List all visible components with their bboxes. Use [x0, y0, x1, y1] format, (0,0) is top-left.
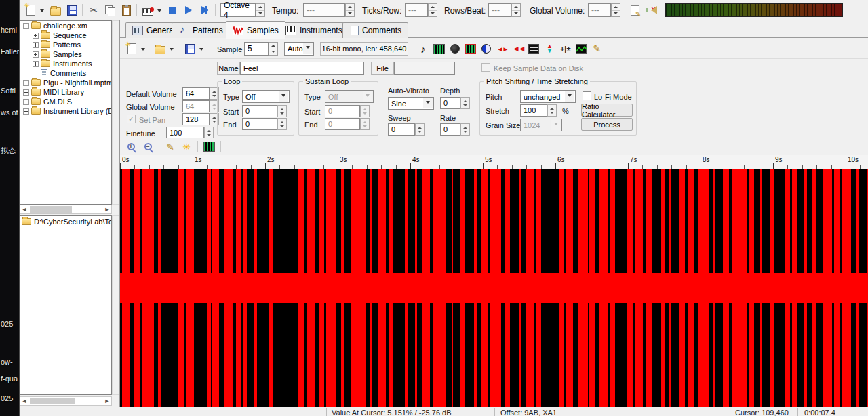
rows-beat-spinner[interactable]	[511, 3, 521, 17]
waveform-display[interactable]	[120, 169, 868, 407]
process-button[interactable]: Process	[581, 118, 633, 131]
vibrato-depth-field[interactable]: 0	[440, 97, 460, 109]
invert-button[interactable]: ▲▼	[543, 43, 555, 55]
expand-icon[interactable]	[23, 108, 29, 115]
expand-icon[interactable]	[33, 33, 39, 39]
ticks-row-spinner[interactable]	[428, 3, 437, 17]
open-file-button[interactable]	[48, 3, 63, 18]
file-name-field[interactable]	[394, 62, 455, 75]
expand-icon[interactable]	[33, 51, 39, 58]
new-sample-dropdown[interactable]	[139, 41, 146, 56]
loop-end-field[interactable]: 0	[242, 118, 277, 130]
pitch-combo[interactable]: unchanged	[520, 90, 576, 103]
loop-type-combo[interactable]: Off	[242, 90, 290, 103]
vibrato-sweep-field[interactable]: 0	[388, 123, 415, 136]
sample-name-field[interactable]: Feel	[240, 62, 364, 75]
save-sample-button[interactable]	[182, 41, 197, 56]
global-volume-field[interactable]: ---	[588, 3, 611, 17]
timestretch-button[interactable]: ◄►	[496, 43, 509, 55]
tree-item-challenge-xm[interactable]: challenge.xm	[20, 21, 111, 30]
vibrato-depth-spinner[interactable]	[460, 97, 470, 109]
load-sample-button[interactable]	[153, 41, 167, 56]
vibrato-type-combo[interactable]: Sine	[388, 97, 434, 110]
vibrato-rate-field[interactable]: 0	[440, 123, 460, 136]
sample-number-field[interactable]: 5	[244, 42, 269, 56]
tempo-spinner[interactable]	[345, 3, 355, 17]
expand-icon[interactable]	[23, 89, 29, 96]
new-file-button[interactable]: ✳	[23, 3, 38, 18]
keep-sample-data-checkbox[interactable]	[481, 63, 490, 72]
midi-record-dropdown[interactable]	[155, 3, 163, 18]
stretch-field[interactable]: 100	[520, 104, 547, 117]
tree-item-sequence[interactable]: Sequence	[20, 30, 111, 40]
tree-item-samples[interactable]: Samples	[20, 49, 111, 59]
tree-item-gm-dls[interactable]: GM.DLS	[20, 97, 111, 106]
octave-spinner[interactable]	[256, 3, 265, 17]
zoom-in-button[interactable]: +	[124, 140, 138, 153]
generate-button[interactable]: ✳	[180, 140, 193, 153]
pattern-preview-button[interactable]	[202, 140, 216, 153]
set-pan-field[interactable]: 128	[182, 113, 210, 125]
expand-icon[interactable]	[23, 99, 29, 105]
stop-button[interactable]	[165, 3, 180, 18]
scroll-right-icon[interactable]: ►	[103, 397, 111, 405]
set-pan-checkbox[interactable]: ✓	[127, 115, 136, 123]
tree-item-instrument-library-d-cy[interactable]: Instrument Library (D:\Cy	[20, 106, 111, 116]
mute-button[interactable]: ✕	[644, 3, 658, 18]
play-button[interactable]	[181, 3, 196, 18]
scroll-left-icon[interactable]: ◄	[20, 205, 28, 213]
vibrato-sweep-spinner[interactable]	[415, 123, 425, 136]
play-pattern-button[interactable]	[197, 3, 212, 18]
global-volume-spinner[interactable]	[611, 3, 620, 17]
unsigned-button[interactable]: +|±	[559, 43, 572, 55]
tab-samples[interactable]: Samples	[226, 21, 285, 39]
amplify-button[interactable]	[449, 43, 461, 55]
loop-start-spinner[interactable]	[277, 105, 287, 117]
scroll-right-icon[interactable]: ►	[103, 205, 111, 213]
scroll-thumb[interactable]	[30, 398, 75, 404]
dc-offset-button[interactable]	[480, 43, 492, 55]
default-volume-field[interactable]: 64	[182, 87, 210, 100]
loop-start-field[interactable]: 0	[242, 105, 277, 117]
tab-comments[interactable]: Comments	[342, 22, 408, 38]
autotune-button[interactable]	[575, 43, 587, 55]
loop-end-spinner[interactable]	[277, 118, 287, 130]
tree-hscrollbar[interactable]: ◄ ►	[20, 205, 112, 214]
ticks-row-field[interactable]: ---	[405, 3, 428, 17]
expand-icon[interactable]	[33, 42, 39, 48]
collapse-icon[interactable]	[23, 23, 29, 29]
play-note-button[interactable]: ♪	[417, 43, 429, 55]
new-sample-button[interactable]: ✳	[124, 41, 139, 56]
new-file-dropdown[interactable]	[38, 3, 45, 18]
silence-button[interactable]	[528, 43, 540, 55]
browser-vscrollbar[interactable]	[112, 215, 119, 395]
scroll-thumb[interactable]	[30, 206, 72, 213]
midi-record-button[interactable]	[140, 3, 155, 18]
tree-item-patterns[interactable]: Patterns	[20, 40, 111, 49]
tab-patterns[interactable]: Patterns	[172, 22, 230, 38]
zoom-out-button[interactable]: −	[141, 140, 155, 153]
rows-beat-field[interactable]: ---	[488, 3, 511, 17]
octave-field[interactable]: Octave 4	[220, 3, 256, 17]
vibrato-rate-spinner[interactable]	[460, 123, 470, 136]
file-browser-item[interactable]: D:\CyberSecurityLab\Tool\C	[20, 216, 111, 227]
ratio-calculator-button[interactable]: Ratio Calculator	[581, 104, 633, 117]
save-sample-dropdown[interactable]	[197, 41, 205, 56]
stretch-spinner[interactable]	[547, 104, 557, 117]
pattern-follow-button[interactable]	[627, 3, 642, 18]
lofi-mode-checkbox[interactable]	[583, 91, 591, 100]
save-button[interactable]	[64, 3, 79, 18]
tab-instruments[interactable]: Instruments	[279, 22, 349, 38]
scroll-left-icon[interactable]: ◄	[20, 397, 28, 405]
tree-item-pigu-nightfall-mptm[interactable]: Pigu - Nightfall.mptm	[20, 78, 111, 87]
normalize-button[interactable]	[433, 43, 445, 55]
tree-item-instruments[interactable]: Instruments	[20, 59, 111, 68]
expand-icon[interactable]	[23, 80, 29, 86]
tree-item-comments[interactable]: Comments	[20, 68, 111, 78]
sample-zoom-combo[interactable]: Auto	[284, 42, 314, 56]
draw-button[interactable]: ✎	[591, 43, 603, 55]
resample-button[interactable]	[465, 43, 477, 55]
reverse-button[interactable]: ◄◄	[512, 43, 524, 55]
copy-button[interactable]	[102, 3, 117, 18]
cut-button[interactable]: ✂	[86, 3, 101, 18]
